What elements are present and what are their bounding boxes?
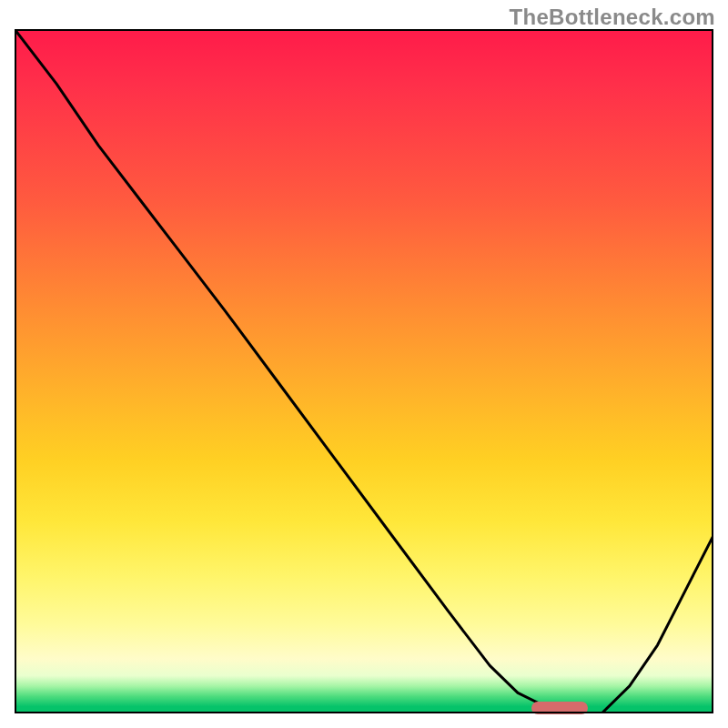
chart-container: TheBottleneck.com	[0, 0, 728, 728]
bottleneck-curve	[15, 29, 713, 713]
plot-area	[15, 29, 713, 713]
optimal-marker	[531, 702, 587, 714]
watermark-text: TheBottleneck.com	[510, 5, 715, 30]
